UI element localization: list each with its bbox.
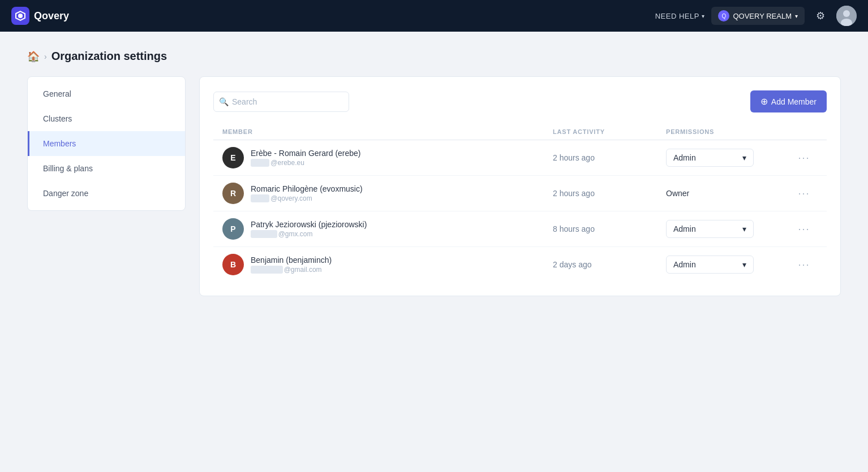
col-member: MEMBER bbox=[222, 128, 553, 135]
member-email: @gmx.com bbox=[251, 230, 367, 238]
avatar-image bbox=[836, 6, 857, 26]
member-info: Benjamin (benjaminch) @gmail.com bbox=[251, 256, 332, 274]
realm-button[interactable]: Q QOVERY REALM ▾ bbox=[711, 7, 805, 25]
sidebar-item-members[interactable]: Members bbox=[28, 131, 185, 156]
member-cell: R Romaric Philogène (evoxmusic) @qovery.… bbox=[222, 183, 553, 204]
permission-cell: Admin ▾ bbox=[666, 220, 790, 238]
permission-cell: Admin ▾ bbox=[666, 256, 790, 274]
member-name: Benjamin (benjaminch) bbox=[251, 256, 332, 265]
home-icon[interactable]: 🏠 bbox=[27, 50, 40, 63]
sidebar-item-clusters[interactable]: Clusters bbox=[28, 106, 185, 131]
search-icon: 🔍 bbox=[219, 97, 229, 106]
logo-text: Qovery bbox=[34, 10, 69, 22]
realm-chevron-icon: ▾ bbox=[795, 13, 798, 19]
logo-icon bbox=[11, 7, 29, 25]
more-options-button[interactable]: ··· bbox=[790, 221, 818, 237]
sidebar-item-danger[interactable]: Danger zone bbox=[28, 181, 185, 206]
table-row: B Benjamin (benjaminch) @gmail.com 2 day… bbox=[213, 247, 827, 282]
avatar: B bbox=[222, 254, 244, 275]
member-name: Patryk Jeziorowski (pjeziorowski) bbox=[251, 220, 367, 229]
page-title: Organization settings bbox=[51, 50, 167, 63]
member-cell: E Erèbe - Romain Gerard (erebe) @erebe.e… bbox=[222, 147, 553, 168]
topbar-right: NEED HELP ▾ Q QOVERY REALM ▾ ⚙ bbox=[655, 6, 857, 26]
chevron-down-icon: ▾ bbox=[742, 153, 746, 162]
add-member-button[interactable]: ⊕ Add Member bbox=[750, 90, 827, 112]
topbar: Qovery NEED HELP ▾ Q QOVERY REALM ▾ ⚙ bbox=[0, 0, 868, 32]
avatar: E bbox=[222, 147, 244, 168]
main-panel: 🔍 ⊕ Add Member MEMBER LAST ACTIVITY PERM… bbox=[199, 76, 841, 296]
activity-cell: 2 days ago bbox=[553, 260, 666, 269]
permission-cell: Owner bbox=[666, 189, 790, 198]
activity-cell: 8 hours ago bbox=[553, 224, 666, 233]
activity-cell: 2 hours ago bbox=[553, 153, 666, 162]
table-row: P Patryk Jeziorowski (pjeziorowski) @gmx… bbox=[213, 211, 827, 247]
svg-point-3 bbox=[843, 10, 850, 17]
sidebar-item-billing[interactable]: Billing & plans bbox=[28, 156, 185, 181]
avatar: P bbox=[222, 218, 244, 240]
member-email: @qovery.com bbox=[251, 194, 363, 202]
more-options-button[interactable]: ··· bbox=[790, 257, 818, 273]
table-header: MEMBER LAST ACTIVITY PERMISSIONS bbox=[213, 124, 827, 140]
chevron-down-icon: ▾ bbox=[702, 13, 705, 19]
member-info: Erèbe - Romain Gerard (erebe) @erebe.eu bbox=[251, 149, 361, 167]
owner-label: Owner bbox=[666, 189, 689, 198]
search-box: 🔍 bbox=[213, 92, 349, 112]
permission-dropdown[interactable]: Admin ▾ bbox=[666, 220, 754, 238]
member-cell: P Patryk Jeziorowski (pjeziorowski) @gmx… bbox=[222, 218, 553, 240]
avatar: R bbox=[222, 183, 244, 204]
table-row: E Erèbe - Romain Gerard (erebe) @erebe.e… bbox=[213, 140, 827, 176]
search-input[interactable] bbox=[213, 92, 349, 112]
toolbar: 🔍 ⊕ Add Member bbox=[213, 90, 827, 112]
svg-point-1 bbox=[18, 14, 23, 18]
page-content: 🏠 › Organization settings General Cluste… bbox=[0, 32, 868, 314]
user-avatar[interactable] bbox=[836, 6, 857, 26]
chevron-down-icon: ▾ bbox=[742, 260, 746, 269]
permission-cell: Admin ▾ bbox=[666, 149, 790, 167]
member-email: @gmail.com bbox=[251, 266, 332, 274]
activity-cell: 2 hours ago bbox=[553, 189, 666, 198]
settings-button[interactable]: ⚙ bbox=[811, 7, 830, 24]
member-info: Romaric Philogène (evoxmusic) @qovery.co… bbox=[251, 184, 363, 202]
col-actions bbox=[790, 128, 818, 135]
more-options-button[interactable]: ··· bbox=[790, 150, 818, 166]
logo[interactable]: Qovery bbox=[11, 7, 69, 25]
member-info: Patryk Jeziorowski (pjeziorowski) @gmx.c… bbox=[251, 220, 367, 238]
col-activity: LAST ACTIVITY bbox=[553, 128, 666, 135]
member-cell: B Benjamin (benjaminch) @gmail.com bbox=[222, 254, 553, 275]
breadcrumb-separator: › bbox=[44, 52, 47, 61]
sidebar: General Clusters Members Billing & plans… bbox=[27, 76, 186, 211]
member-email: @erebe.eu bbox=[251, 159, 361, 167]
permission-dropdown[interactable]: Admin ▾ bbox=[666, 149, 754, 167]
col-permissions: PERMISSIONS bbox=[666, 128, 790, 135]
need-help-button[interactable]: NEED HELP ▾ bbox=[655, 12, 705, 20]
sidebar-item-general[interactable]: General bbox=[28, 81, 185, 106]
layout: General Clusters Members Billing & plans… bbox=[27, 76, 841, 296]
chevron-down-icon: ▾ bbox=[742, 224, 746, 233]
table-row: R Romaric Philogène (evoxmusic) @qovery.… bbox=[213, 176, 827, 211]
plus-icon: ⊕ bbox=[760, 96, 768, 107]
realm-icon: Q bbox=[718, 10, 729, 21]
permission-dropdown[interactable]: Admin ▾ bbox=[666, 256, 754, 274]
breadcrumb: 🏠 › Organization settings bbox=[27, 50, 841, 63]
member-name: Erèbe - Romain Gerard (erebe) bbox=[251, 149, 361, 158]
member-name: Romaric Philogène (evoxmusic) bbox=[251, 184, 363, 193]
more-options-button[interactable]: ··· bbox=[790, 185, 818, 202]
